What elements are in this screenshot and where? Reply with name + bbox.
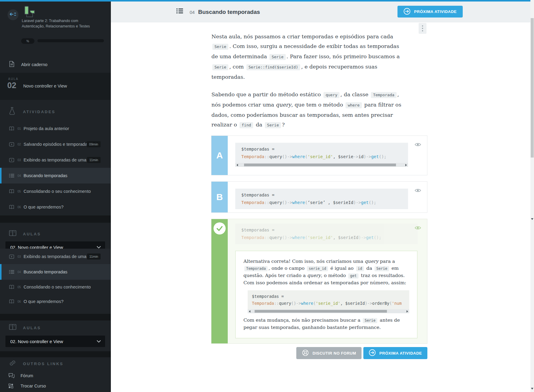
collapse-arrow-icon — [10, 12, 16, 18]
open-notebook-label: Abrir caderno — [21, 62, 47, 67]
sidebar-item-activity-05[interactable]: 05 Consolidando o seu conhecimento — [0, 183, 111, 199]
horizontal-scrollbar[interactable] — [248, 309, 409, 313]
lesson-dropdown-2[interactable]: 02. Novo controller e View — [5, 336, 105, 347]
scroll-right-arrow[interactable] — [405, 164, 407, 166]
progress-bar — [37, 39, 104, 42]
option-letter-b: B — [211, 182, 228, 212]
sidebar-item-activity-01[interactable]: 01 Projeto da aula anterior — [0, 121, 111, 136]
discuss-forum-button[interactable]: DISCUTIR NO FORUM — [296, 347, 362, 359]
progress-percent-badge: % — [21, 38, 34, 44]
duration-badge: 09min — [87, 141, 101, 147]
book-icon — [9, 299, 15, 304]
page-scrollbar[interactable] — [530, 0, 534, 392]
top-accent-bar — [0, 0, 534, 2]
activity-title: Buscando temporadas — [198, 9, 260, 15]
arrow-right-circle-icon — [404, 8, 410, 16]
scrollbar-thumb[interactable] — [531, 18, 534, 158]
next-activity-button-bottom[interactable]: PRÓXIMA ATIVIDADE — [363, 347, 427, 359]
aulas-section-label-2: AULAS — [23, 326, 41, 330]
video-icon — [9, 142, 15, 147]
flask-icon — [9, 107, 15, 116]
forum-wheel-icon — [302, 349, 309, 357]
chat-icon — [8, 373, 16, 378]
code-block: $temporadas = Temporada::query()->where(… — [235, 189, 408, 209]
duration-badge: 11min — [87, 253, 101, 260]
scroll-right-arrow[interactable] — [407, 310, 408, 313]
explanation-box: Alternativa correta! Com isso, nós criar… — [235, 251, 417, 338]
correct-option-column — [211, 219, 228, 343]
eye-icon[interactable] — [415, 188, 421, 193]
aulas-section-label: AULAS — [23, 232, 41, 236]
chevron-down-icon — [97, 246, 101, 248]
explanation-paragraph: Com esta mudança, nós não precisamos bus… — [243, 317, 409, 331]
option-body: $temporadas = Temporada::query()->where(… — [228, 219, 427, 343]
sidebar-item-aula-activity-05[interactable]: 05 Consolidando o seu conhecimento — [0, 279, 111, 295]
section-divider — [0, 351, 111, 357]
sidebar-item-activity-03[interactable]: 03 Exibindo as temporadas de uma ... 11m… — [0, 152, 111, 168]
video-icon — [9, 158, 15, 162]
activity-number: 04 — [190, 10, 195, 15]
sidebar-item-aula-activity-06[interactable]: 06 O que aprendemos? — [0, 294, 111, 309]
more-options-button[interactable] — [419, 23, 426, 34]
other-links-label: OUTROS LINKS — [23, 362, 63, 366]
sidebar-item-aula-activity-04-active[interactable]: 04 Buscando temporadas — [0, 264, 111, 280]
explanation-paragraph: Alternativa correta! Com isso, nós criar… — [243, 258, 409, 286]
other-links-section-header: OUTROS LINKS — [0, 359, 111, 368]
activity-header: 04 Buscando temporadas PRÓXIMA ATIVIDADE — [111, 2, 534, 22]
question-paragraph: Nesta aula, nós passamos a criar tempora… — [211, 32, 405, 82]
list-icon — [9, 270, 15, 274]
lesson-number: 02 — [7, 81, 16, 90]
sidebar-item-activity-02[interactable]: 02 Salvando episódios e temporadas 09min — [0, 136, 111, 152]
answer-option-correct[interactable]: $temporadas = Temporada::query()->where(… — [211, 219, 427, 344]
lesson-tag: AULA — [8, 77, 18, 81]
duration-badge: 11min — [87, 157, 101, 163]
activities-section-header: ATIVIDADES — [0, 107, 111, 116]
collapse-sidebar-button[interactable] — [8, 9, 18, 20]
course-title: Laravel parte 2: Trabalhando com Autenti… — [22, 18, 100, 29]
activities-section-label: ATIVIDADES — [23, 110, 56, 114]
scrollbar-thumb[interactable] — [255, 310, 387, 313]
scrollbar-thumb[interactable] — [244, 164, 396, 166]
book-icon — [9, 285, 15, 289]
code-block: $temporadas = Temporada::query()->where(… — [235, 224, 418, 244]
code-block: $temporadas = Temporada::query()->where(… — [248, 290, 409, 313]
footer-actions: DISCUTIR NO FORUM PRÓXIMA ATIVIDADE — [211, 347, 427, 359]
option-body: $temporadas = Temporada::query()->where(… — [228, 182, 427, 212]
answer-option-b[interactable]: B $temporadas = Temporada::query()->wher… — [211, 181, 427, 213]
document-icon — [9, 61, 14, 68]
section-divider — [0, 314, 111, 320]
sidebar-item-activity-04-active[interactable]: 04 Buscando temporadas — [0, 168, 111, 183]
question-text: Nesta aula, nós passamos a criar tempora… — [211, 32, 405, 138]
eye-icon[interactable] — [415, 226, 421, 231]
open-notebook-button[interactable]: Abrir caderno — [0, 58, 111, 71]
answer-option-a[interactable]: A $temporadas = Temporada::query()->wher… — [211, 135, 427, 175]
list-icon — [176, 8, 183, 14]
chevron-down-icon — [97, 340, 101, 343]
question-paragraph: Sabendo que a partir do método estático … — [211, 90, 405, 130]
sidebar-item-activity-06[interactable]: 06 O que aprendemos? — [0, 199, 111, 215]
horizontal-scrollbar[interactable] — [235, 163, 408, 167]
next-activity-button-top[interactable]: PRÓXIMA ATIVIDADE — [397, 6, 463, 18]
open-book-icon — [9, 324, 16, 331]
scroll-left-arrow[interactable] — [249, 310, 250, 313]
sidebar-link-trocar-curso[interactable]: Trocar Curso — [0, 381, 111, 391]
eye-icon[interactable] — [415, 142, 421, 148]
aulas-section-header-2: AULAS — [0, 323, 111, 332]
main-content: 04 Buscando temporadas PRÓXIMA ATIVIDADE… — [111, 2, 534, 392]
section-divider — [0, 215, 111, 223]
scroll-left-arrow[interactable] — [236, 164, 238, 166]
open-book-icon — [9, 230, 16, 237]
sidebar-link-forum[interactable]: Fórum — [0, 371, 111, 381]
book-icon — [9, 189, 15, 194]
sidebar-item-aula-activity-03[interactable]: 03 Exibindo as temporadas de uma ... 11m… — [0, 249, 111, 264]
video-icon — [9, 254, 15, 259]
aulas-section-header: AULAS — [0, 229, 111, 238]
grid-icon — [8, 384, 16, 388]
link-icon — [9, 360, 16, 368]
arrow-right-circle-icon — [369, 349, 376, 357]
scroll-down-arrow[interactable] — [531, 218, 533, 220]
option-body: $temporadas = Temporada::query()->where(… — [228, 136, 427, 175]
list-icon — [9, 174, 15, 178]
scroll-down-arrow[interactable] — [531, 388, 533, 390]
option-letter-a: A — [211, 136, 228, 175]
